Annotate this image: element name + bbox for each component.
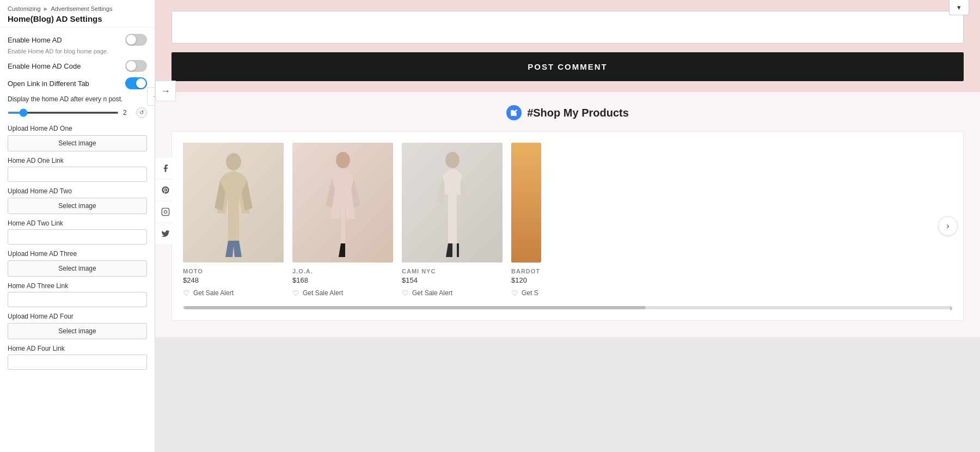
main-preview: ▾ POST COMMENT →: [155, 0, 980, 452]
shop-title: #Shop My Products: [527, 107, 629, 119]
shop-section: #Shop My Products: [155, 92, 980, 337]
home-ad-four-link-input[interactable]: [8, 355, 147, 370]
comment-section: POST COMMENT: [155, 0, 980, 92]
product-image-3: [402, 143, 503, 262]
enable-home-ad-code-knob: [126, 61, 136, 71]
upload-three-label: Upload Home AD Three: [8, 250, 147, 258]
svg-point-2: [226, 153, 241, 170]
upload-three-section: Upload Home AD Three Select image: [8, 250, 147, 277]
enable-home-ad-toggle[interactable]: [125, 34, 147, 46]
products-scrollbar[interactable]: ›: [183, 306, 952, 309]
range-section: Display the home AD after every n post. …: [8, 95, 147, 118]
range-input-row: 2 ↺: [8, 107, 147, 118]
select-image-four-btn[interactable]: Select image: [8, 323, 147, 339]
breadcrumb-part1: Customizing: [8, 5, 41, 12]
home-ad-three-link-input[interactable]: [8, 292, 147, 307]
breadcrumb: Customizing ► Advertisement Settings: [8, 5, 147, 12]
svg-rect-0: [162, 208, 169, 215]
panel-header: Customizing ► Advertisement Settings Hom…: [0, 0, 155, 27]
scroll-track-arrow[interactable]: ›: [950, 303, 952, 313]
comment-textarea[interactable]: [171, 11, 964, 44]
upload-four-label: Upload Home AD Four: [8, 313, 147, 320]
enable-home-ad-sublabel: Enable Home AD for blog home page.: [8, 48, 147, 54]
upload-one-label: Upload Home AD One: [8, 125, 147, 132]
enable-home-ad-label: Enable Home AD: [8, 36, 62, 44]
product-brand-2: J.O.A.: [292, 268, 393, 274]
twitter-icon[interactable]: [155, 223, 176, 244]
get-sale-btn-3[interactable]: ♡ Get Sale Alert: [402, 289, 452, 297]
enable-home-ad-row: Enable Home AD: [8, 34, 147, 46]
select-image-one-btn[interactable]: Select image: [8, 135, 147, 151]
shop-icon: [506, 105, 522, 120]
facebook-icon[interactable]: [155, 158, 176, 179]
get-sale-label-4: Get S: [522, 289, 538, 297]
top-dropdown-btn[interactable]: ▾: [949, 0, 969, 15]
get-sale-label-3: Get Sale Alert: [412, 289, 452, 297]
product-price-3: $154: [402, 276, 503, 284]
get-sale-btn-4[interactable]: ♡ Get S: [511, 289, 538, 297]
post-comment-btn[interactable]: POST COMMENT: [171, 52, 964, 81]
home-ad-two-link-input[interactable]: [8, 229, 147, 245]
select-image-three-btn[interactable]: Select image: [8, 260, 147, 277]
get-sale-label-2: Get Sale Alert: [303, 289, 343, 297]
product-card: MOTO $248 ♡ Get Sale Alert: [183, 143, 284, 297]
product-card: CAMI NYC $154 ♡ Get Sale Alert: [402, 143, 503, 297]
heart-icon-2: ♡: [292, 289, 299, 297]
get-sale-btn-2[interactable]: ♡ Get Sale Alert: [292, 289, 343, 297]
instagram-icon[interactable]: [155, 201, 176, 222]
breadcrumb-arrow: ►: [43, 5, 49, 12]
range-label: Display the home AD after every n post.: [8, 95, 147, 104]
open-link-diff-tab-knob: [136, 78, 146, 88]
home-ad-one-link-label: Home AD One Link: [8, 157, 147, 164]
products-scrollbar-thumb: [184, 306, 646, 309]
settings-panel: Customizing ► Advertisement Settings Hom…: [0, 0, 155, 452]
range-value: 2: [123, 109, 132, 117]
get-sale-btn-1[interactable]: ♡ Get Sale Alert: [183, 289, 234, 297]
product-price-2: $168: [292, 276, 393, 284]
range-reset-btn[interactable]: ↺: [136, 107, 147, 118]
product-brand-3: CAMI NYC: [402, 268, 503, 274]
enable-home-ad-code-row: Enable Home AD Code: [8, 60, 147, 72]
get-sale-label-1: Get Sale Alert: [193, 289, 234, 297]
upload-two-label: Upload Home AD Two: [8, 187, 147, 195]
upload-four-section: Upload Home AD Four Select image: [8, 313, 147, 339]
social-sidebar: [155, 158, 176, 244]
product-brand-1: MOTO: [183, 268, 284, 274]
pinterest-icon[interactable]: [155, 180, 176, 200]
heart-icon-1: ♡: [183, 289, 190, 297]
svg-point-3: [336, 152, 350, 168]
product-card: J.O.A. $168 ♡ Get Sale Alert: [292, 143, 393, 297]
home-ad-four-link-label: Home AD Four Link: [8, 345, 147, 352]
product-image-1: [183, 143, 284, 262]
upload-one-section: Upload Home AD One Select image: [8, 125, 147, 151]
scroll-arrow-btn[interactable]: →: [147, 87, 155, 106]
heart-icon-3: ♡: [402, 289, 409, 297]
product-price-4: $120: [511, 276, 544, 284]
range-input[interactable]: [8, 112, 119, 114]
product-brand-4: BARDOT: [511, 268, 544, 274]
shop-header: #Shop My Products: [171, 105, 964, 120]
open-link-diff-tab-label: Open Link in Different Tab: [8, 80, 89, 88]
nav-arrow-box[interactable]: →: [155, 81, 176, 101]
open-link-diff-tab-toggle[interactable]: [125, 77, 147, 89]
preview-content: ▾ POST COMMENT →: [155, 0, 980, 452]
enable-home-ad-code-toggle[interactable]: [125, 60, 147, 72]
products-scroll-area: MOTO $248 ♡ Get Sale Alert: [171, 131, 964, 321]
breadcrumb-part2: Advertisement Settings: [51, 5, 112, 12]
top-dropdown-icon: ▾: [957, 3, 961, 11]
panel-title: Home(Blog) AD Settings: [8, 14, 147, 23]
products-grid: MOTO $248 ♡ Get Sale Alert: [183, 143, 952, 297]
product-card: BARDOT $120 ♡ Get S: [511, 143, 544, 297]
nav-arrow-icon: →: [161, 85, 170, 97]
svg-point-4: [445, 152, 460, 168]
products-next-btn[interactable]: ›: [938, 216, 958, 236]
panel-body: Enable Home AD Enable Home AD for blog h…: [0, 27, 155, 382]
product-price-1: $248: [183, 276, 284, 284]
home-ad-three-link-label: Home AD Three Link: [8, 282, 147, 290]
home-ad-one-link-input[interactable]: [8, 167, 147, 182]
product-image-4: [511, 143, 541, 262]
home-ad-two-link-label: Home AD Two Link: [8, 219, 147, 227]
select-image-two-btn[interactable]: Select image: [8, 198, 147, 214]
heart-icon-4: ♡: [511, 289, 518, 297]
enable-home-ad-knob: [126, 35, 136, 45]
